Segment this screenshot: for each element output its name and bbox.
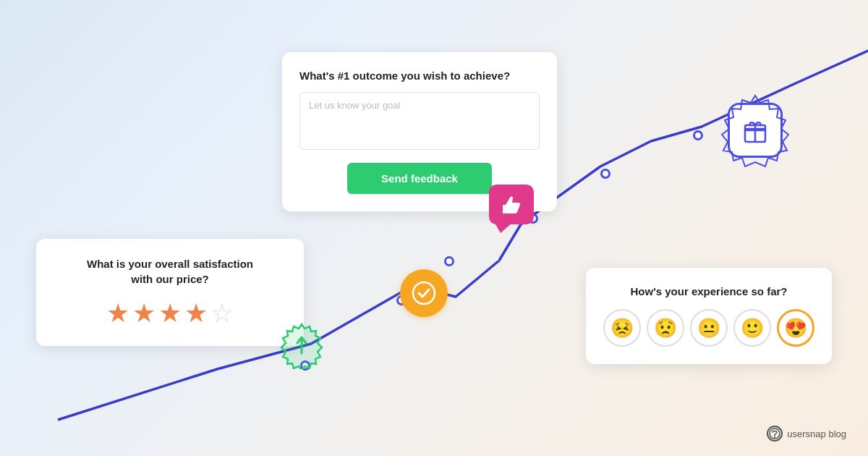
emoji-rating[interactable]: 😣 😟 😐 🙂 😍 xyxy=(603,309,814,347)
line-node-6 xyxy=(693,130,703,140)
svg-point-3 xyxy=(413,282,435,304)
star-5[interactable]: ☆ xyxy=(210,298,234,329)
star-2[interactable]: ★ xyxy=(132,298,156,329)
star-1[interactable]: ★ xyxy=(106,298,129,329)
satisfaction-card: What is your overall satisfactionwith ou… xyxy=(36,239,304,346)
usersnap-text: usersnap blog xyxy=(787,428,846,439)
usersnap-branding: usersnap blog xyxy=(767,426,846,442)
experience-title: How's your experience so far? xyxy=(603,285,814,297)
line-node-3 xyxy=(444,256,454,266)
feedback-card-title: What's #1 outcome you wish to achieve? xyxy=(299,69,540,82)
emoji-neutral[interactable]: 😐 xyxy=(690,309,728,347)
line-node-5 xyxy=(600,169,610,179)
emoji-very-satisfied[interactable]: 😍 xyxy=(777,309,814,347)
svg-point-5 xyxy=(774,436,775,438)
gear-icon-node xyxy=(277,320,326,369)
star-3[interactable]: ★ xyxy=(158,298,182,329)
experience-card: How's your experience so far? 😣 😟 😐 🙂 😍 xyxy=(586,268,832,364)
emoji-dissatisfied[interactable]: 😟 xyxy=(647,309,684,347)
star-rating[interactable]: ★ ★ ★ ★ ☆ xyxy=(54,298,286,329)
emoji-very-dissatisfied[interactable]: 😣 xyxy=(603,309,641,347)
check-icon-node xyxy=(400,269,448,317)
satisfaction-title: What is your overall satisfactionwith ou… xyxy=(54,256,286,287)
emoji-satisfied[interactable]: 🙂 xyxy=(733,309,771,347)
usersnap-logo-icon xyxy=(767,426,783,442)
like-icon-node xyxy=(489,185,534,224)
goal-input[interactable] xyxy=(299,92,540,150)
send-feedback-button[interactable]: Send feedback xyxy=(347,163,492,194)
star-4[interactable]: ★ xyxy=(184,298,208,329)
